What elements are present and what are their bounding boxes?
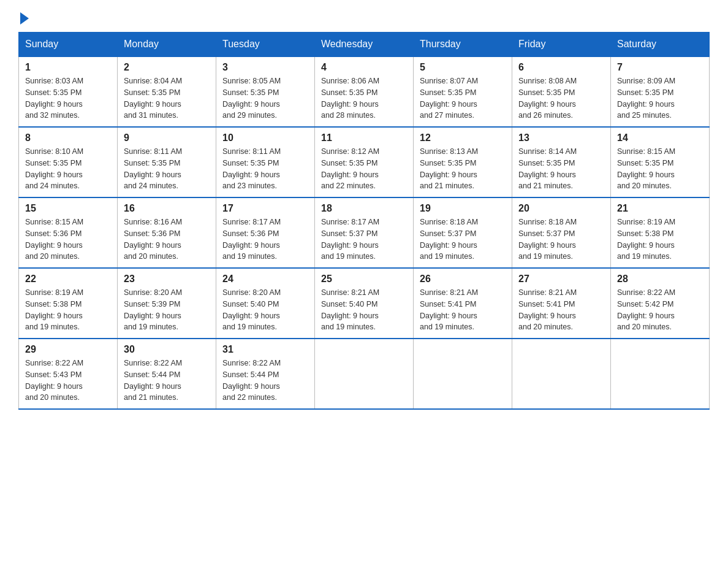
calendar-week-row: 15 Sunrise: 8:15 AM Sunset: 5:36 PM Dayl…: [19, 197, 710, 268]
day-info: Sunrise: 8:22 AM Sunset: 5:42 PM Dayligh…: [617, 287, 703, 333]
calendar-week-row: 1 Sunrise: 8:03 AM Sunset: 5:35 PM Dayli…: [19, 56, 710, 127]
day-number: 16: [124, 203, 210, 214]
calendar-cell: 4 Sunrise: 8:06 AM Sunset: 5:35 PM Dayli…: [315, 56, 414, 127]
day-info: Sunrise: 8:17 AM Sunset: 5:37 PM Dayligh…: [321, 216, 407, 262]
day-number: 24: [222, 274, 308, 285]
weekday-header-friday: Friday: [512, 33, 611, 57]
weekday-header-saturday: Saturday: [611, 33, 710, 57]
calendar-week-row: 29 Sunrise: 8:22 AM Sunset: 5:43 PM Dayl…: [19, 339, 710, 409]
day-info: Sunrise: 8:21 AM Sunset: 5:41 PM Dayligh…: [420, 287, 506, 333]
calendar-cell: 1 Sunrise: 8:03 AM Sunset: 5:35 PM Dayli…: [19, 56, 118, 127]
calendar-cell: 6 Sunrise: 8:08 AM Sunset: 5:35 PM Dayli…: [512, 56, 611, 127]
weekday-header-tuesday: Tuesday: [216, 33, 315, 57]
weekday-header-monday: Monday: [118, 33, 216, 57]
day-number: 31: [222, 344, 308, 355]
day-info: Sunrise: 8:11 AM Sunset: 5:35 PM Dayligh…: [124, 146, 210, 192]
day-number: 2: [124, 62, 210, 73]
calendar-cell: 27 Sunrise: 8:21 AM Sunset: 5:41 PM Dayl…: [512, 268, 611, 339]
day-number: 22: [25, 274, 111, 285]
calendar-cell: 16 Sunrise: 8:16 AM Sunset: 5:36 PM Dayl…: [118, 197, 216, 268]
day-info: Sunrise: 8:21 AM Sunset: 5:41 PM Dayligh…: [518, 287, 604, 333]
calendar-cell: 12 Sunrise: 8:13 AM Sunset: 5:35 PM Dayl…: [414, 127, 512, 197]
calendar-cell: 25 Sunrise: 8:21 AM Sunset: 5:40 PM Dayl…: [315, 268, 414, 339]
day-number: 27: [518, 274, 604, 285]
day-number: 18: [321, 203, 407, 214]
day-number: 9: [124, 132, 210, 144]
day-info: Sunrise: 8:14 AM Sunset: 5:35 PM Dayligh…: [518, 146, 604, 192]
day-number: 10: [222, 132, 308, 144]
day-info: Sunrise: 8:18 AM Sunset: 5:37 PM Dayligh…: [420, 216, 506, 262]
calendar-cell: 14 Sunrise: 8:15 AM Sunset: 5:35 PM Dayl…: [611, 127, 710, 197]
day-info: Sunrise: 8:17 AM Sunset: 5:36 PM Dayligh…: [222, 216, 308, 262]
calendar-cell: 30 Sunrise: 8:22 AM Sunset: 5:44 PM Dayl…: [118, 339, 216, 409]
calendar-cell: [315, 339, 414, 409]
day-info: Sunrise: 8:05 AM Sunset: 5:35 PM Dayligh…: [222, 75, 308, 121]
day-info: Sunrise: 8:15 AM Sunset: 5:36 PM Dayligh…: [25, 216, 111, 262]
calendar-cell: 8 Sunrise: 8:10 AM Sunset: 5:35 PM Dayli…: [19, 127, 118, 197]
calendar-cell: 11 Sunrise: 8:12 AM Sunset: 5:35 PM Dayl…: [315, 127, 414, 197]
day-number: 13: [518, 132, 604, 144]
day-number: 5: [420, 62, 506, 73]
day-number: 23: [124, 274, 210, 285]
day-info: Sunrise: 8:22 AM Sunset: 5:44 PM Dayligh…: [124, 358, 210, 404]
calendar-cell: 29 Sunrise: 8:22 AM Sunset: 5:43 PM Dayl…: [19, 339, 118, 409]
day-info: Sunrise: 8:11 AM Sunset: 5:35 PM Dayligh…: [222, 146, 308, 192]
day-info: Sunrise: 8:12 AM Sunset: 5:35 PM Dayligh…: [321, 146, 407, 192]
day-info: Sunrise: 8:09 AM Sunset: 5:35 PM Dayligh…: [617, 75, 703, 121]
day-number: 30: [124, 344, 210, 355]
logo-triangle-icon: [20, 12, 29, 25]
calendar-cell: 21 Sunrise: 8:19 AM Sunset: 5:38 PM Dayl…: [611, 197, 710, 268]
weekday-header-row: SundayMondayTuesdayWednesdayThursdayFrid…: [19, 33, 710, 57]
day-info: Sunrise: 8:22 AM Sunset: 5:44 PM Dayligh…: [222, 358, 308, 404]
day-number: 29: [25, 344, 111, 355]
calendar-cell: 3 Sunrise: 8:05 AM Sunset: 5:35 PM Dayli…: [216, 56, 315, 127]
day-info: Sunrise: 8:20 AM Sunset: 5:39 PM Dayligh…: [124, 287, 210, 333]
calendar-cell: 9 Sunrise: 8:11 AM Sunset: 5:35 PM Dayli…: [118, 127, 216, 197]
day-info: Sunrise: 8:16 AM Sunset: 5:36 PM Dayligh…: [124, 216, 210, 262]
calendar-week-row: 8 Sunrise: 8:10 AM Sunset: 5:35 PM Dayli…: [19, 127, 710, 197]
day-number: 15: [25, 203, 111, 214]
weekday-header-thursday: Thursday: [414, 33, 512, 57]
day-number: 17: [222, 203, 308, 214]
day-number: 26: [420, 274, 506, 285]
day-number: 1: [25, 62, 111, 73]
day-info: Sunrise: 8:13 AM Sunset: 5:35 PM Dayligh…: [420, 146, 506, 192]
day-info: Sunrise: 8:10 AM Sunset: 5:35 PM Dayligh…: [25, 146, 111, 192]
day-info: Sunrise: 8:20 AM Sunset: 5:40 PM Dayligh…: [222, 287, 308, 333]
day-info: Sunrise: 8:06 AM Sunset: 5:35 PM Dayligh…: [321, 75, 407, 121]
calendar-cell: 28 Sunrise: 8:22 AM Sunset: 5:42 PM Dayl…: [611, 268, 710, 339]
day-number: 6: [518, 62, 604, 73]
day-number: 14: [617, 132, 703, 144]
calendar-cell: 15 Sunrise: 8:15 AM Sunset: 5:36 PM Dayl…: [19, 197, 118, 268]
day-info: Sunrise: 8:18 AM Sunset: 5:37 PM Dayligh…: [518, 216, 604, 262]
day-number: 3: [222, 62, 308, 73]
day-number: 8: [25, 132, 111, 144]
day-info: Sunrise: 8:22 AM Sunset: 5:43 PM Dayligh…: [25, 358, 111, 404]
calendar-cell: 31 Sunrise: 8:22 AM Sunset: 5:44 PM Dayl…: [216, 339, 315, 409]
day-number: 21: [617, 203, 703, 214]
day-number: 12: [420, 132, 506, 144]
calendar-cell: 17 Sunrise: 8:17 AM Sunset: 5:36 PM Dayl…: [216, 197, 315, 268]
day-info: Sunrise: 8:04 AM Sunset: 5:35 PM Dayligh…: [124, 75, 210, 121]
calendar-cell: [512, 339, 611, 409]
logo: [18, 12, 29, 21]
calendar-cell: 22 Sunrise: 8:19 AM Sunset: 5:38 PM Dayl…: [19, 268, 118, 339]
calendar-cell: 19 Sunrise: 8:18 AM Sunset: 5:37 PM Dayl…: [414, 197, 512, 268]
day-number: 20: [518, 203, 604, 214]
page-header: [18, 12, 710, 21]
day-number: 19: [420, 203, 506, 214]
day-number: 25: [321, 274, 407, 285]
calendar-cell: 23 Sunrise: 8:20 AM Sunset: 5:39 PM Dayl…: [118, 268, 216, 339]
calendar-cell: 7 Sunrise: 8:09 AM Sunset: 5:35 PM Dayli…: [611, 56, 710, 127]
calendar-cell: [611, 339, 710, 409]
calendar-cell: 10 Sunrise: 8:11 AM Sunset: 5:35 PM Dayl…: [216, 127, 315, 197]
day-info: Sunrise: 8:19 AM Sunset: 5:38 PM Dayligh…: [617, 216, 703, 262]
day-number: 28: [617, 274, 703, 285]
calendar-cell: 2 Sunrise: 8:04 AM Sunset: 5:35 PM Dayli…: [118, 56, 216, 127]
day-info: Sunrise: 8:07 AM Sunset: 5:35 PM Dayligh…: [420, 75, 506, 121]
calendar-cell: 26 Sunrise: 8:21 AM Sunset: 5:41 PM Dayl…: [414, 268, 512, 339]
day-info: Sunrise: 8:03 AM Sunset: 5:35 PM Dayligh…: [25, 75, 111, 121]
calendar-cell: 5 Sunrise: 8:07 AM Sunset: 5:35 PM Dayli…: [414, 56, 512, 127]
calendar-cell: [414, 339, 512, 409]
weekday-header-sunday: Sunday: [19, 33, 118, 57]
